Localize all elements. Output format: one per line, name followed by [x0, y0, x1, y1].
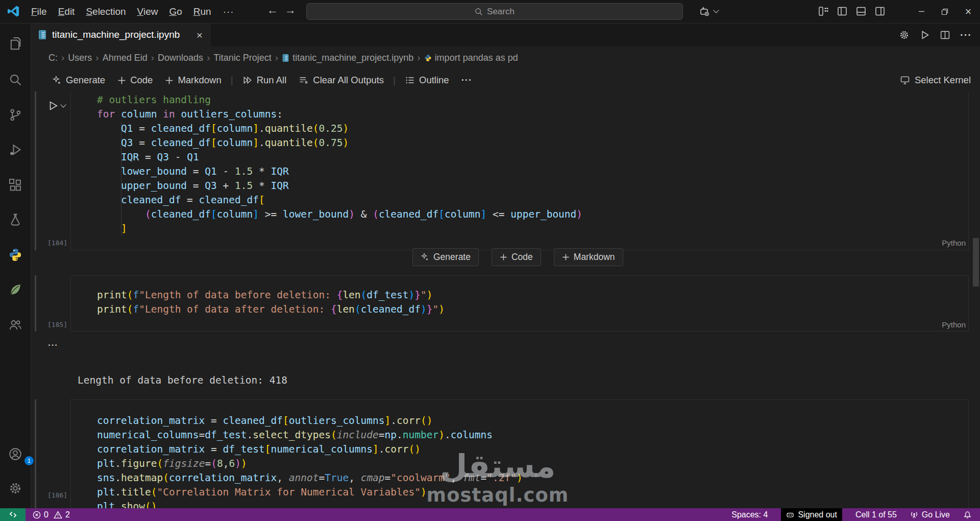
run-all-button[interactable]: Run All: [236, 75, 293, 86]
select-kernel-button[interactable]: Select Kernel: [900, 69, 971, 91]
execution-count: [184]: [47, 239, 67, 247]
insert-generate-button[interactable]: Generate: [412, 248, 479, 266]
code-line[interactable]: Q3 = cleaned_df[column].quantile(0.75): [97, 136, 968, 150]
search-sidebar-icon[interactable]: [8, 73, 22, 87]
cell-position-status[interactable]: Cell 1 of 55: [855, 508, 897, 521]
code-line[interactable]: IQR = Q3 - Q1: [97, 150, 968, 164]
notifications-bell-icon[interactable]: [963, 510, 972, 519]
restore-button[interactable]: [933, 0, 957, 23]
cell-3-code[interactable]: correlation_matrix = cleaned_df[outliers…: [71, 400, 968, 508]
more-menus-button[interactable]: ···: [217, 6, 240, 17]
tab-titanic-notebook[interactable]: titanic_machine_project.ipynb ×: [31, 23, 210, 46]
close-button[interactable]: ×: [957, 0, 980, 23]
minimize-button[interactable]: [910, 0, 933, 23]
explorer-icon[interactable]: [8, 36, 22, 50]
add-markdown-label: Markdown: [178, 75, 221, 86]
cell-language-picker[interactable]: Python: [942, 239, 966, 247]
indentation-status[interactable]: Spaces: 4: [731, 508, 768, 521]
toggle-secondary-sidebar-icon[interactable]: [874, 6, 886, 17]
leaf-icon[interactable]: [8, 282, 22, 297]
code-cell-184[interactable]: # outliers handlingfor column in outlier…: [70, 91, 969, 250]
add-markdown-cell-button[interactable]: Markdown: [159, 75, 227, 86]
code-line[interactable]: (cleaned_df[column] >= lower_bound) & (c…: [97, 207, 968, 222]
code-line[interactable]: cleaned_df = cleaned_df[: [97, 193, 968, 207]
code-cell-185[interactable]: print(f"Length of data before deletion: …: [70, 275, 969, 331]
breadcrumb-notebook-file[interactable]: titanic_machine_project.ipynb: [282, 53, 413, 63]
accounts-button[interactable]: 1: [8, 447, 22, 461]
cell-2-code[interactable]: print(f"Length of data before deletion: …: [71, 276, 968, 317]
breadcrumb-project-folder[interactable]: Titanic Project: [213, 53, 271, 63]
cell-1-code[interactable]: # outliers handlingfor column in outlier…: [71, 91, 968, 236]
toolbar-more-icon[interactable]: ···: [455, 75, 478, 86]
run-debug-icon[interactable]: [8, 143, 22, 157]
customize-layout-icon[interactable]: [818, 6, 829, 17]
breadcrumb-cell-symbol[interactable]: import pandas as pd: [424, 53, 518, 63]
code-line[interactable]: plt.title("Correlation Matrix for Numeri…: [97, 485, 968, 500]
generate-button[interactable]: Generate: [46, 75, 111, 86]
notebook-icon: [282, 54, 289, 62]
code-line[interactable]: for column in outliers_columns:: [97, 107, 968, 122]
warning-count: 2: [65, 510, 70, 519]
code-line[interactable]: lower_bound = Q1 - 1.5 * IQR: [97, 164, 968, 179]
source-control-icon[interactable]: [8, 108, 22, 122]
testing-icon[interactable]: [8, 212, 22, 227]
code-line[interactable]: print(f"Length of data after deletion: {…: [97, 302, 968, 317]
code-line[interactable]: plt.figure(figsize=(8,6)): [97, 457, 968, 471]
go-live-button[interactable]: Go Live: [910, 508, 950, 521]
breadcrumb-users[interactable]: Users: [68, 53, 92, 63]
tab-close-icon[interactable]: ×: [197, 30, 203, 40]
code-line[interactable]: upper_bound = Q3 + 1.5 * IQR: [97, 179, 968, 193]
menu-view[interactable]: View: [132, 6, 164, 17]
code-line[interactable]: numerical_columns=df_test.select_dtypes(…: [97, 428, 968, 442]
clear-all-outputs-button[interactable]: Clear All Outputs: [292, 75, 390, 86]
notebook-settings-gear-icon[interactable]: [899, 30, 910, 40]
add-code-cell-button[interactable]: Code: [111, 75, 159, 86]
run-cell-button[interactable]: [47, 100, 65, 112]
scrollbar-thumb[interactable]: [973, 238, 979, 287]
code-line[interactable]: correlation_matrix = df_test[numerical_c…: [97, 442, 968, 457]
code-line[interactable]: sns.heatmap(correlation_matrix, annot=Tr…: [97, 471, 968, 485]
breadcrumb-downloads[interactable]: Downloads: [158, 53, 203, 63]
remote-indicator[interactable]: [0, 508, 26, 521]
breadcrumb-drive[interactable]: C:: [48, 53, 58, 63]
copilot-status[interactable]: Signed out: [781, 508, 842, 521]
extensions-icon[interactable]: [8, 178, 22, 192]
command-center-search[interactable]: Search: [306, 3, 683, 20]
settings-gear-icon[interactable]: [8, 481, 22, 495]
copilot-icon: [698, 5, 710, 17]
code-cell-186[interactable]: correlation_matrix = cleaned_df[outliers…: [70, 399, 969, 508]
insert-code-button[interactable]: Code: [492, 248, 541, 266]
code-line[interactable]: # outliers handling: [97, 93, 968, 107]
problems-indicator[interactable]: 0 2: [33, 510, 70, 519]
indent-guide: [121, 122, 121, 236]
menu-selection[interactable]: Selection: [80, 6, 131, 17]
outline-button[interactable]: Outline: [399, 75, 455, 86]
people-icon[interactable]: [8, 318, 22, 332]
insert-markdown-button[interactable]: Markdown: [554, 248, 623, 266]
breadcrumb-separator: ›: [148, 52, 158, 63]
code-line[interactable]: print(f"Length of data before deletion: …: [97, 288, 968, 302]
split-editor-icon[interactable]: [940, 30, 950, 40]
code-line[interactable]: Q1 = cleaned_df[column].quantile(0.25): [97, 122, 968, 136]
breadcrumb-user-folder[interactable]: Ahmed Eid: [103, 53, 148, 63]
toggle-panel-icon[interactable]: [855, 6, 867, 17]
run-icon[interactable]: [919, 30, 930, 40]
menu-file[interactable]: File: [26, 6, 53, 17]
code-line[interactable]: correlation_matrix = cleaned_df[outliers…: [97, 414, 968, 428]
more-actions-icon[interactable]: ···: [960, 29, 972, 41]
toggle-primary-sidebar-icon[interactable]: [837, 6, 848, 17]
run-options-chevron-icon[interactable]: [60, 102, 66, 107]
navigate-back-icon[interactable]: ←: [267, 4, 278, 17]
error-icon: [33, 511, 41, 519]
menu-go[interactable]: Go: [163, 6, 187, 17]
python-icon[interactable]: [8, 248, 22, 262]
code-line[interactable]: plt.show(): [97, 500, 968, 508]
navigate-forward-icon[interactable]: →: [285, 4, 296, 17]
code-line[interactable]: ]: [97, 222, 968, 236]
copilot-menu-button[interactable]: [698, 5, 718, 17]
cell-language-picker[interactable]: Python: [942, 320, 966, 329]
output-options-button[interactable]: ···: [48, 340, 58, 350]
search-placeholder: Search: [487, 7, 514, 17]
menu-run[interactable]: Run: [188, 6, 217, 17]
menu-edit[interactable]: Edit: [53, 6, 81, 17]
